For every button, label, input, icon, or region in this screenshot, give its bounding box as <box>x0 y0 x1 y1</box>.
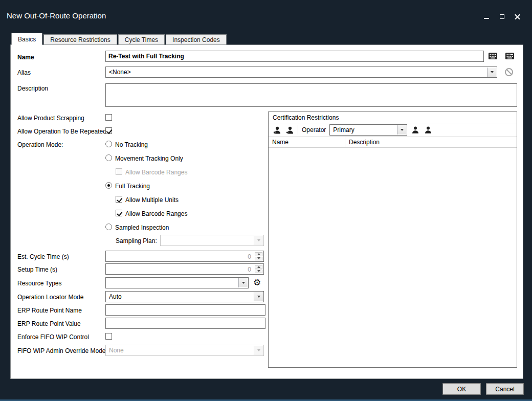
chevron-down-icon <box>257 239 260 241</box>
radio-sampled-inspection-label[interactable]: Sampled Inspection <box>115 224 169 232</box>
window-controls <box>483 13 521 20</box>
add-operator-certification-icon[interactable] <box>272 125 281 135</box>
est-cycle-time-spinner[interactable]: 0 <box>105 251 264 262</box>
resource-types-select[interactable] <box>105 277 249 288</box>
arrow-up-icon <box>257 253 260 255</box>
erp-route-point-name-input[interactable] <box>105 304 265 316</box>
operator-select[interactable]: Primary <box>329 124 407 136</box>
fifo-wip-admin-override-mode-selected-value: None <box>109 347 124 354</box>
est-cycle-time-label: Est. Cycle Time (s) <box>17 253 69 261</box>
movement-allow-barcode-ranges-label: Allow Barcode Ranges <box>125 169 187 176</box>
maximize-icon <box>500 14 504 19</box>
operator-dropdown-arrow-icon[interactable] <box>397 125 406 135</box>
certification-table-header: Name Description <box>269 137 517 148</box>
movement-allow-barcode-ranges-checkbox <box>116 168 122 175</box>
tab-cycle-times[interactable]: Cycle Times <box>118 34 165 45</box>
setup-time-down-button[interactable] <box>255 270 262 274</box>
allow-product-scrapping-label: Allow Product Scrapping <box>17 115 84 122</box>
arrow-down-icon <box>257 257 260 259</box>
sampling-plan-label: Sampling Plan: <box>116 237 157 245</box>
keyboard-language-icon[interactable] <box>504 52 515 60</box>
ok-button[interactable]: OK <box>442 383 481 395</box>
chevron-down-icon <box>257 296 260 298</box>
close-button[interactable] <box>514 13 521 20</box>
setup-time-spinner[interactable]: 0 <box>105 263 264 275</box>
operation-locator-mode-label: Operation Locator Mode <box>17 294 83 301</box>
dialog-window: New Out-Of-Route Operation Basics Resour… <box>0 0 532 401</box>
certification-restrictions-title: Certification Restrictions <box>269 112 517 123</box>
est-cycle-time-down-button[interactable] <box>255 257 262 261</box>
radio-movement-tracking-only-label[interactable]: Movement Tracking Only <box>115 155 183 163</box>
est-cycle-time-value: 0 <box>248 253 251 260</box>
est-cycle-time-up-button[interactable] <box>255 252 262 256</box>
arrow-up-icon <box>257 266 260 268</box>
chevron-down-icon <box>401 129 404 131</box>
description-textarea[interactable] <box>105 83 517 107</box>
certification-table-body <box>269 148 517 367</box>
maximize-button[interactable] <box>498 13 505 20</box>
allow-multiple-units-label[interactable]: Allow Multiple Units <box>125 196 179 204</box>
keyboard-icon-glyph <box>488 52 498 60</box>
operator-label: Operator <box>302 126 326 133</box>
chevron-down-icon <box>491 71 494 73</box>
allow-barcode-ranges-checkbox[interactable] <box>116 210 122 216</box>
tabstrip: Basics Resource Restrictions Cycle Times… <box>11 33 228 45</box>
column-header-description[interactable]: Description <box>345 137 517 147</box>
radio-movement-tracking-only[interactable] <box>105 154 112 161</box>
minimize-button[interactable] <box>483 13 490 20</box>
radio-full-tracking[interactable] <box>105 182 112 189</box>
close-icon <box>515 14 520 19</box>
sampling-plan-select <box>160 235 264 246</box>
arrow-down-icon <box>257 270 260 272</box>
resource-types-settings-gear-icon[interactable]: ⚙ <box>253 278 261 287</box>
person-icon <box>411 126 419 134</box>
certification-restrictions-panel: Certification Restrictions <box>268 112 517 368</box>
enforce-fifo-wip-control-label: Enforce FIFO WIP Control <box>17 333 89 341</box>
allow-multiple-units-checkbox[interactable] <box>116 196 122 203</box>
operator-selected-value: Primary <box>333 126 354 133</box>
chevron-down-icon <box>242 282 245 284</box>
operator-person-icon[interactable] <box>411 125 420 135</box>
est-cycle-time-spin-buttons <box>254 252 263 261</box>
column-header-name[interactable]: Name <box>269 137 345 147</box>
radio-no-tracking[interactable] <box>105 141 112 147</box>
tab-resource-restrictions[interactable]: Resource Restrictions <box>43 34 117 45</box>
allow-product-scrapping-checkbox[interactable] <box>105 114 112 121</box>
remove-operator-certification-icon[interactable] <box>285 125 294 135</box>
enforce-fifo-wip-control-checkbox[interactable] <box>105 333 112 340</box>
tab-basics[interactable]: Basics <box>11 33 42 45</box>
sampling-plan-dropdown-arrow-icon <box>254 236 263 245</box>
allow-barcode-ranges-label[interactable]: Allow Barcode Ranges <box>125 210 187 218</box>
alias-select[interactable]: <None> <box>105 66 497 78</box>
erp-route-point-value-input[interactable] <box>105 318 265 329</box>
operation-locator-mode-selected-value: Auto <box>109 293 122 300</box>
person-icon <box>424 126 432 134</box>
certification-toolbar: Operator Primary <box>269 123 517 137</box>
operator-person-alt-icon[interactable] <box>424 125 433 135</box>
tab-inspection-codes[interactable]: Inspection Codes <box>166 34 227 45</box>
alias-dropdown-arrow-icon[interactable] <box>487 68 496 77</box>
chevron-down-icon <box>257 349 260 351</box>
radio-full-tracking-label[interactable]: Full Tracking <box>115 183 150 190</box>
allow-operation-repeated-checkbox[interactable] <box>105 127 112 134</box>
name-input[interactable] <box>105 51 484 62</box>
radio-no-tracking-label[interactable]: No Tracking <box>115 141 148 149</box>
setup-time-up-button[interactable] <box>255 265 262 269</box>
alias-disabled-icon[interactable] <box>505 68 513 76</box>
radio-sampled-inspection[interactable] <box>105 224 112 230</box>
operation-locator-mode-dropdown-arrow-icon[interactable] <box>254 292 263 301</box>
keyboard-language-icon-glyph <box>505 52 515 60</box>
resource-types-dropdown-arrow-icon[interactable] <box>238 278 248 287</box>
setup-time-label: Setup Time (s) <box>17 266 57 274</box>
toolbar-separator <box>298 125 298 135</box>
basics-tab-panel: Name Alias <box>10 44 523 379</box>
keyboard-icon[interactable] <box>487 52 498 60</box>
setup-time-value: 0 <box>248 266 251 273</box>
person-key-icon <box>273 126 281 135</box>
operation-locator-mode-select[interactable]: Auto <box>105 291 264 302</box>
minimize-icon <box>484 18 489 19</box>
fifo-wip-admin-override-mode-label: FIFO WIP Admin Override Mode <box>17 347 106 355</box>
resource-types-label: Resource Types <box>17 280 62 287</box>
cancel-button[interactable]: Cancel <box>486 383 524 395</box>
fifo-wip-admin-override-mode-select: None <box>105 345 264 356</box>
